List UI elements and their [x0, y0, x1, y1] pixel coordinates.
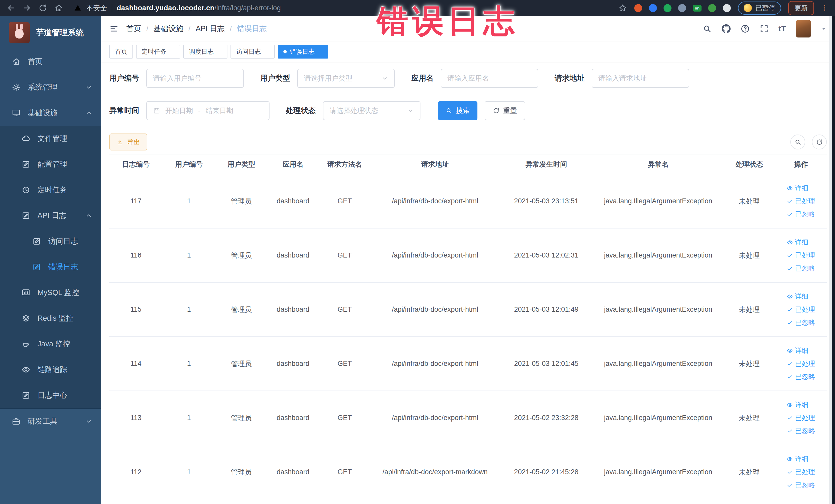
- address-bar[interactable]: 不安全 dashboard.yudao.iocoder.cn/infra/log…: [74, 3, 281, 13]
- eye-icon: [787, 294, 793, 300]
- edit-icon: [32, 263, 41, 271]
- sidebar-item-label: API 日志: [38, 210, 66, 221]
- detail-link[interactable]: 详细: [787, 400, 808, 409]
- date-range-picker[interactable]: 开始日期 - 结束日期: [146, 101, 269, 120]
- processed-link[interactable]: 已处理: [787, 467, 815, 477]
- sidebar-item-job[interactable]: 定时任务: [0, 177, 101, 203]
- extension-icon-shield[interactable]: [649, 4, 657, 12]
- search-icon: [446, 107, 452, 114]
- close-icon[interactable]: [217, 49, 222, 54]
- sidebar-logo-row[interactable]: 芋道管理系统: [0, 16, 101, 49]
- extension-icon-puzzle[interactable]: [723, 4, 731, 12]
- search-icon[interactable]: [702, 24, 712, 33]
- sidebar-item-system[interactable]: 系统管理: [0, 75, 101, 100]
- cell-status: 未处理: [724, 359, 775, 368]
- processed-link[interactable]: 已处理: [787, 414, 815, 422]
- cell-actions: 详细 已处理 已忽略: [775, 400, 827, 436]
- not-secure-warning-icon[interactable]: [74, 4, 82, 12]
- help-icon[interactable]: [740, 24, 750, 33]
- sidebar-item-error-log[interactable]: 错误日志: [0, 254, 101, 280]
- sidebar-item-mysql[interactable]: MySQL 监控: [0, 280, 101, 305]
- extension-icon-grid[interactable]: [678, 4, 686, 12]
- avatar[interactable]: [796, 20, 811, 38]
- processed-link[interactable]: 已处理: [787, 359, 815, 368]
- github-icon[interactable]: [721, 24, 731, 33]
- start-date-placeholder: 开始日期: [165, 106, 193, 115]
- cell-method: GET: [319, 468, 370, 476]
- sidebar-item-java[interactable]: Java 监控: [0, 331, 101, 357]
- user-caret-down-icon[interactable]: [821, 26, 827, 32]
- extension-icon-green-v[interactable]: [664, 4, 672, 12]
- detail-link[interactable]: 详细: [787, 292, 808, 301]
- search-button[interactable]: 搜索: [438, 101, 477, 120]
- detail-link[interactable]: 详细: [787, 184, 808, 193]
- reset-button[interactable]: 重置: [485, 101, 525, 120]
- ignored-link[interactable]: 已忽略: [787, 372, 815, 381]
- detail-link[interactable]: 详细: [787, 238, 808, 247]
- sidebar-item-file[interactable]: 文件管理: [0, 126, 101, 152]
- export-button[interactable]: 导出: [109, 134, 147, 150]
- table-row: 1131管理员dashboardGET/api/infra/db-doc/exp…: [109, 391, 827, 445]
- back-icon[interactable]: [7, 4, 15, 12]
- detail-link[interactable]: 详细: [787, 346, 808, 355]
- fullscreen-icon[interactable]: [759, 24, 769, 33]
- processed-link[interactable]: 已处理: [787, 251, 815, 260]
- sidebar-item-api-log[interactable]: API 日志: [0, 203, 101, 228]
- bookmark-star-icon[interactable]: [618, 4, 627, 12]
- refresh-table-button[interactable]: [812, 135, 827, 149]
- browser-toolbar: 不安全 dashboard.yudao.iocoder.cn/infra/log…: [0, 0, 835, 16]
- sidebar-item-config[interactable]: 配置管理: [0, 152, 101, 177]
- font-size-icon[interactable]: tT: [778, 24, 786, 33]
- processed-link[interactable]: 已处理: [787, 197, 815, 206]
- breadcrumb-item[interactable]: 基础设施: [154, 24, 183, 34]
- table-row: 1141管理员dashboardGET/api/infra/db-doc/exp…: [109, 337, 827, 391]
- close-icon[interactable]: [318, 49, 323, 54]
- tab-label: 首页: [115, 47, 127, 56]
- close-icon[interactable]: [169, 49, 175, 54]
- process-status-select[interactable]: 请选择处理状态: [323, 101, 421, 120]
- user-type-select[interactable]: 请选择用户类型: [297, 69, 395, 88]
- scrollbar[interactable]: [829, 16, 835, 504]
- sidebar-item-home[interactable]: 首页: [0, 49, 101, 75]
- toggle-search-button[interactable]: [790, 135, 805, 149]
- ignored-link[interactable]: 已忽略: [787, 481, 815, 490]
- reload-icon[interactable]: [39, 4, 47, 12]
- paused-pill[interactable]: 已暂停: [738, 2, 781, 15]
- close-icon[interactable]: [264, 49, 269, 54]
- sidebar-item-redis[interactable]: Redis 监控: [0, 305, 101, 331]
- edit-icon: [22, 391, 30, 400]
- app-name-input[interactable]: [441, 69, 538, 88]
- processed-link[interactable]: 已处理: [787, 305, 815, 314]
- tab-调度日志[interactable]: 调度日志: [183, 45, 227, 59]
- browser-home-icon[interactable]: [55, 4, 63, 12]
- user-id-label: 用户编号: [109, 73, 139, 83]
- chart-icon: [22, 288, 30, 297]
- collapse-sidebar-icon[interactable]: [109, 24, 119, 33]
- extension-icon-orange[interactable]: [634, 4, 642, 12]
- ignored-link[interactable]: 已忽略: [787, 264, 815, 273]
- browser-menu-dots-icon[interactable]: [821, 4, 828, 12]
- update-button[interactable]: 更新: [788, 1, 814, 15]
- sidebar-item-log-center[interactable]: 日志中心: [0, 383, 101, 408]
- breadcrumb-item[interactable]: 首页: [126, 24, 141, 34]
- chevron-down-icon: [85, 418, 93, 425]
- extension-icon-leaf[interactable]: [708, 4, 716, 12]
- sidebar-item-infra[interactable]: 基础设施: [0, 100, 101, 126]
- tab-访问日志[interactable]: 访问日志: [230, 45, 274, 59]
- sidebar-item-access-log[interactable]: 访问日志: [0, 228, 101, 254]
- request-url-input[interactable]: [592, 69, 689, 88]
- ignored-link[interactable]: 已忽略: [787, 210, 815, 219]
- breadcrumb-item[interactable]: API 日志: [196, 24, 225, 34]
- tab-首页[interactable]: 首页: [109, 45, 133, 59]
- user-id-input[interactable]: [146, 69, 244, 88]
- tab-定时任务[interactable]: 定时任务: [136, 45, 180, 59]
- paused-label: 已暂停: [755, 4, 775, 13]
- sidebar-item-tracer[interactable]: 链路追踪: [0, 357, 101, 383]
- tab-错误日志[interactable]: 错误日志: [278, 45, 328, 59]
- ignored-link[interactable]: 已忽略: [787, 426, 815, 436]
- forward-icon[interactable]: [23, 4, 31, 12]
- sidebar-item-dev-tools[interactable]: 研发工具: [0, 408, 101, 434]
- ignored-link[interactable]: 已忽略: [787, 318, 815, 327]
- extension-icon-on-badge[interactable]: on: [693, 5, 701, 12]
- detail-link[interactable]: 详细: [787, 455, 808, 463]
